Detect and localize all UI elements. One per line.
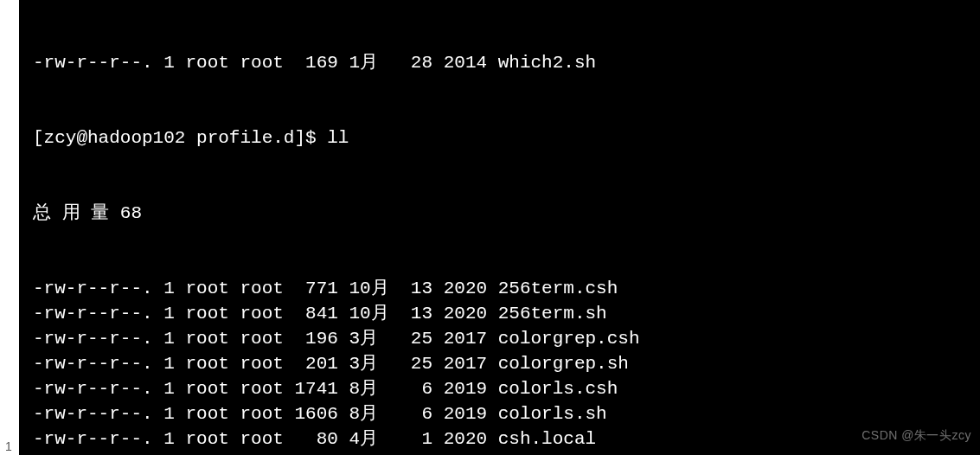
file-row: -rw-r--r--. 1 root root 1606 8月 6 2019 c… [33, 401, 980, 426]
watermark: CSDN @朱一头zcy [862, 423, 971, 448]
file-row: -rw-r--r--. 1 root root 196 3月 25 2017 c… [33, 326, 980, 351]
file-row: -rw-r--r--. 1 root root 1706 10月 13 2020… [33, 452, 980, 455]
file-row: -rw-r--r--. 1 root root 1741 8月 6 2019 c… [33, 376, 980, 401]
file-row: -rw-r--r--. 1 root root 80 4月 1 2020 csh… [33, 426, 980, 452]
shell-prompt[interactable]: [zcy@hadoop102 profile.d]$ ll [33, 125, 980, 151]
editor-gutter: 1 [0, 0, 19, 455]
file-row: -rw-r--r--. 1 root root 201 3月 25 2017 c… [33, 351, 980, 376]
terminal-output: -rw-r--r--. 1 root root 169 1月 28 2014 w… [0, 0, 980, 455]
cut-line-top: -rw-r--r--. 1 root root 169 1月 28 2014 w… [33, 50, 980, 75]
line-number: 1 [5, 439, 12, 453]
file-row: -rw-r--r--. 1 root root 771 10月 13 2020 … [33, 276, 980, 301]
file-row: -rw-r--r--. 1 root root 841 10月 13 2020 … [33, 301, 980, 326]
file-listing: -rw-r--r--. 1 root root 771 10月 13 2020 … [33, 276, 980, 455]
total-line: 总 用 量 68 [33, 201, 980, 226]
